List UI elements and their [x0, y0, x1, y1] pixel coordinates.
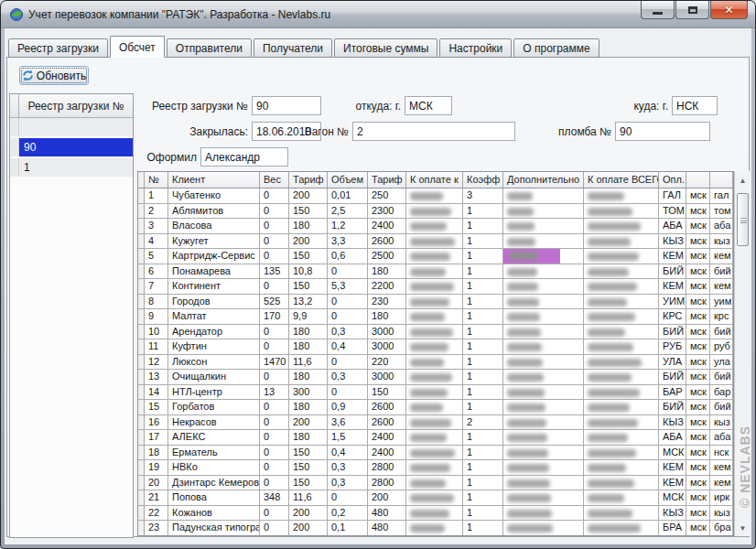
table-cell[interactable]: [406, 219, 463, 233]
table-cell[interactable]: 200: [289, 234, 328, 249]
table-cell[interactable]: 1,2: [328, 219, 368, 233]
table-cell[interactable]: 1: [463, 430, 503, 445]
table-cell[interactable]: ТОМ: [659, 204, 686, 219]
refresh-button[interactable]: Обновить: [19, 66, 89, 85]
tab-6[interactable]: О программе: [513, 38, 599, 58]
table-cell[interactable]: 200: [289, 506, 328, 521]
oformil-input[interactable]: [200, 147, 288, 167]
table-cell[interactable]: 0,4: [328, 339, 368, 354]
table-cell[interactable]: 0,2: [328, 506, 368, 521]
table-cell[interactable]: Понамарева: [168, 264, 260, 279]
table-cell[interactable]: [584, 370, 659, 384]
table-cell[interactable]: Городов: [168, 295, 260, 309]
table-cell[interactable]: КЕМ: [659, 460, 686, 475]
vagon-input[interactable]: [352, 122, 515, 141]
table-cell[interactable]: 1: [463, 506, 503, 521]
table-cell[interactable]: КЫЗ: [659, 506, 686, 521]
table-cell[interactable]: бар: [710, 385, 733, 400]
table-cell[interactable]: 180: [368, 264, 406, 279]
table-cell[interactable]: кыз: [710, 415, 733, 430]
table-cell[interactable]: 2,5: [328, 204, 368, 219]
table-cell[interactable]: 21: [145, 490, 168, 505]
table-cell[interactable]: 1: [463, 460, 503, 475]
table-cell[interactable]: 348: [260, 490, 289, 505]
table-cell[interactable]: 2400: [368, 219, 406, 233]
table-cell[interactable]: 200: [289, 188, 328, 203]
tab-4[interactable]: Итоговые суммы: [334, 38, 437, 58]
table-cell[interactable]: Некрасов: [168, 415, 260, 430]
table-cell[interactable]: Ерматель: [168, 446, 260, 460]
table-cell[interactable]: 170: [260, 309, 289, 324]
table-cell[interactable]: [503, 204, 584, 219]
table-cell[interactable]: [584, 295, 659, 309]
table-cell[interactable]: [406, 355, 463, 370]
table-cell[interactable]: 150: [368, 385, 406, 400]
table-cell[interactable]: 0: [260, 521, 289, 535]
table-cell[interactable]: [503, 219, 584, 233]
table-cell[interactable]: 2200: [368, 279, 406, 294]
table-cell[interactable]: кем: [710, 460, 733, 475]
table-cell[interactable]: 1: [463, 309, 503, 324]
table-cell[interactable]: 0: [260, 430, 289, 445]
table-cell[interactable]: руб: [710, 339, 733, 354]
table-cell[interactable]: мск: [686, 309, 710, 324]
minimize-button[interactable]: [641, 1, 675, 19]
table-cell[interactable]: 480: [368, 506, 406, 521]
table-cell[interactable]: 3,6: [328, 415, 368, 430]
table-cell[interactable]: [406, 204, 463, 219]
table-cell[interactable]: 13: [260, 385, 289, 400]
table-cell[interactable]: мск: [686, 188, 710, 203]
table-cell[interactable]: мск: [686, 460, 710, 475]
table-cell[interactable]: 0: [260, 279, 289, 294]
table-cell[interactable]: БИЙ: [659, 400, 686, 414]
table-cell[interactable]: [503, 309, 584, 324]
maximize-button[interactable]: [675, 1, 709, 19]
plomba-input[interactable]: [615, 122, 710, 141]
table-cell[interactable]: [503, 279, 584, 294]
table-cell[interactable]: 2400: [368, 446, 406, 460]
table-cell[interactable]: 2600: [368, 415, 406, 430]
table-cell[interactable]: бий: [710, 400, 733, 414]
table-cell[interactable]: 22: [145, 506, 168, 521]
table-cell[interactable]: [406, 521, 463, 535]
table-cell[interactable]: НТЛ-центр: [168, 385, 260, 400]
grid-col-header-2[interactable]: Вес: [260, 172, 289, 188]
table-cell[interactable]: 0: [260, 415, 289, 430]
table-cell[interactable]: [584, 309, 659, 324]
table-cell[interactable]: Малтат: [168, 309, 260, 324]
table-cell[interactable]: Попова: [168, 490, 260, 505]
table-cell[interactable]: 2500: [368, 249, 406, 264]
table-cell[interactable]: Чубатенко: [168, 188, 260, 203]
table-cell[interactable]: кем: [710, 279, 733, 294]
table-cell[interactable]: кем: [710, 249, 733, 264]
grid-col-header-10[interactable]: Опл.: [659, 172, 686, 188]
table-cell[interactable]: том: [710, 204, 733, 219]
table-cell[interactable]: [503, 415, 584, 430]
table-cell[interactable]: Горбатов: [168, 400, 260, 414]
table-cell[interactable]: [584, 476, 659, 490]
table-cell[interactable]: 480: [368, 521, 406, 535]
table-cell[interactable]: [503, 295, 584, 309]
table-cell[interactable]: 180: [368, 309, 406, 324]
table-cell[interactable]: аба: [710, 219, 733, 233]
table-cell[interactable]: мск: [686, 355, 710, 370]
table-cell[interactable]: УИМ: [659, 295, 686, 309]
vertical-scrollbar[interactable]: ▲ ▼: [734, 171, 751, 536]
table-cell[interactable]: Аблямитов: [168, 204, 260, 219]
table-cell[interactable]: Арендатор: [168, 325, 260, 339]
table-cell[interactable]: [406, 264, 463, 279]
table-cell[interactable]: [584, 325, 659, 339]
grid-col-header-4[interactable]: Объем: [328, 172, 368, 188]
table-cell[interactable]: 3000: [368, 370, 406, 384]
table-cell[interactable]: [584, 446, 659, 460]
table-cell[interactable]: АЛЕКС: [168, 430, 260, 445]
table-cell[interactable]: 1: [463, 264, 503, 279]
table-cell[interactable]: бий: [710, 370, 733, 384]
table-cell[interactable]: 1: [463, 219, 503, 233]
table-cell[interactable]: 1: [463, 476, 503, 490]
table-cell[interactable]: [406, 385, 463, 400]
table-cell[interactable]: 23: [145, 521, 168, 535]
table-cell[interactable]: [406, 370, 463, 384]
table-cell[interactable]: Очищалкин: [168, 370, 260, 384]
table-cell[interactable]: 10: [145, 325, 168, 339]
